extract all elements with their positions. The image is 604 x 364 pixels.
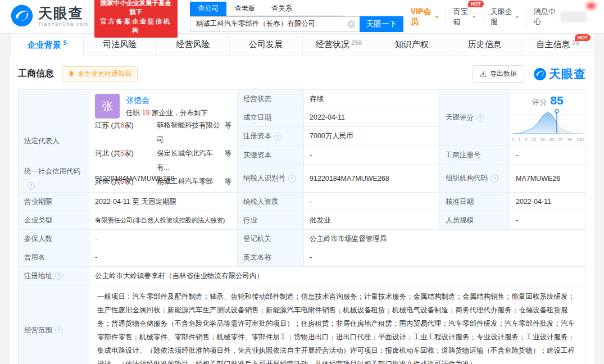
score-axis-labels: 0 1 3 15 50 85 97 99 100: [512, 137, 584, 142]
tenure-count: 19: [142, 109, 149, 117]
nav-enterprise-service[interactable]: 天眼企服 ▾: [483, 7, 526, 27]
label-text: 天眼评分: [446, 113, 474, 122]
help-icon[interactable]: ?: [491, 175, 498, 183]
field-label-registration-authority: 登记机关: [238, 230, 304, 248]
nav-vip[interactable]: VIP会员 ▾: [403, 7, 446, 27]
field-value-former-name: -: [89, 248, 238, 267]
field-value-business-term: 2022-04-11 至 无固定期限: [89, 193, 238, 211]
field-label-english-name: 英文名称: [238, 248, 304, 267]
label-text: 组织机构代码: [446, 174, 488, 183]
section-title: 工商信息: [18, 68, 54, 80]
distribution-row: 江苏 (共6家) 菲格智能科技有限公司 等: [95, 119, 231, 147]
label-text: 营业期限: [24, 197, 52, 207]
brand-domain: TianYanCha.com: [38, 22, 89, 27]
search-button[interactable]: 天眼一下: [360, 16, 403, 32]
field-label-company-type: 企业类型: [19, 211, 89, 230]
label-text: 核准日期: [446, 197, 474, 207]
label-text: 人员规模: [446, 216, 474, 225]
help-icon[interactable]: ?: [288, 175, 296, 183]
field-label-business-term: 营业期限: [19, 193, 89, 211]
help-icon[interactable]: ?: [476, 114, 484, 122]
content-card: 企业背景 5 司法风险 经营风险 公司发展 经营状况 256 知识产权 历史信息…: [10, 34, 594, 364]
search-tabs: 查公司 查老板 查关系: [190, 2, 343, 16]
section-head: 工商信息 发生变更时通知我 导出数据 天眼查: [10, 56, 594, 89]
label-text: 成立日期: [243, 113, 271, 122]
search-tab-company[interactable]: 查公司: [190, 2, 227, 16]
help-icon[interactable]: ?: [274, 133, 282, 140]
notify-button-label: 发生变更时通知我: [78, 69, 131, 79]
export-button-label: 导出数据: [490, 69, 517, 79]
region-text: 江苏 (共: [95, 121, 120, 129]
top-header: 天眼查 TianYanCha.com 国家中小企业发展子基金旗下 官方备案企业征…: [0, 0, 604, 34]
tianyan-score-chart: 评分 85: [510, 90, 586, 146]
help-icon[interactable]: ?: [55, 326, 63, 334]
field-label-status: 经营状态: [238, 90, 304, 108]
tab-label: 经营状况: [316, 39, 349, 50]
field-value-credit-code: 91220184MA7MUWE268: [89, 165, 238, 193]
axis-tick: 97: [558, 137, 564, 142]
field-label-reg-capital: 注册资本?: [238, 127, 304, 146]
nav-message-center[interactable]: 消息中心: [526, 7, 594, 27]
avatar[interactable]: 张: [95, 94, 120, 119]
notify-on-change-button[interactable]: 发生变更时通知我: [62, 66, 138, 81]
score-value: 85: [550, 94, 563, 107]
axis-tick: 0: [512, 137, 514, 142]
search-tab-boss[interactable]: 查老板: [226, 2, 264, 16]
field-label-former-name: 曾用名: [19, 248, 89, 267]
top-nav: VIP会员 ▾ HOT 百宝箱 ▾ 天眼企服 ▾ 消息中心: [403, 7, 594, 27]
field-value-insured-count: -: [89, 230, 238, 248]
clear-icon[interactable]: ×: [347, 20, 355, 28]
hot-badge: HOT: [468, 1, 484, 7]
field-value-registration-authority: 公主岭市市场监督管理局: [304, 230, 586, 248]
etc-text: 等: [225, 119, 232, 147]
field-label-reg-number: 工商注册号: [440, 146, 510, 165]
field-value-established: 2022-04-11: [304, 108, 440, 127]
chevron-down-icon: ▾: [473, 14, 475, 20]
tab-intellectual-property[interactable]: 知识产权: [375, 34, 448, 56]
label-text: 注册资本: [243, 131, 271, 141]
tab-label: 历史信息: [468, 39, 502, 50]
field-label-paid-capital: 实缴资本: [238, 146, 304, 165]
help-icon[interactable]: ?: [55, 272, 63, 280]
field-value-reg-capital: 7000万人民币: [304, 127, 440, 146]
label-text: 统一社会信用代码: [24, 167, 80, 176]
region-text: 家): [124, 121, 134, 129]
company-names: 菲格智能科技有限公司: [157, 119, 221, 147]
field-value-industry: 批发业: [304, 211, 440, 230]
field-value-registered-address: 公主岭市大岭镇姜李村（吉林省佳业物流有限公司内）: [89, 267, 586, 285]
axis-tick: 3: [525, 137, 527, 142]
score-caption: 评分: [532, 97, 547, 107]
label-text: 登记机关: [243, 234, 271, 244]
score-distribution-curve: [512, 107, 584, 136]
export-data-button[interactable]: 导出数据: [473, 65, 524, 83]
tab-label: 公司发展: [249, 39, 283, 50]
label-text: 行业: [243, 216, 257, 225]
search-tab-relation[interactable]: 查关系: [264, 2, 301, 16]
tianyancha-logo[interactable]: 天眼查 TianYanCha.com: [10, 4, 89, 30]
region-text: 家): [124, 149, 134, 157]
tab-company-development[interactable]: 公司发展: [230, 34, 303, 56]
tab-label: 司法风险: [103, 39, 137, 50]
badge-line1: 国家中小企业发展子基金旗下: [99, 0, 173, 17]
label-text: 企业类型: [24, 216, 52, 225]
tab-self-info[interactable]: 自主信息 20 HOT: [521, 34, 594, 56]
nav-toolbox-label: 百宝箱: [453, 7, 471, 27]
tab-company-background[interactable]: 企业背景 5: [10, 34, 84, 56]
nav-enterprise-label: 天眼企服: [491, 7, 515, 27]
help-icon[interactable]: ?: [27, 182, 35, 190]
field-value-reg-number: -: [510, 146, 586, 165]
tianyancha-watermark: 天眼查: [533, 66, 586, 82]
field-label-taxpayer-id: 纳税人识别号?: [238, 165, 304, 193]
tab-history-info[interactable]: 历史信息: [448, 34, 521, 56]
legal-rep-name-link[interactable]: 张德会: [126, 95, 149, 106]
field-value-company-type: 有限责任公司(非自然人投资或控股的法人独资): [89, 211, 238, 230]
label-text: 英文名称: [243, 253, 271, 262]
brand-name: 天眼查: [38, 6, 89, 20]
search-input[interactable]: [190, 16, 360, 32]
label-text: 纳税人识别号: [243, 174, 285, 183]
label-text: 实缴资本: [243, 151, 271, 160]
blurred-user-area: [560, 11, 587, 22]
nav-toolbox[interactable]: HOT 百宝箱 ▾: [446, 7, 483, 27]
tab-operating-status[interactable]: 经营状况 256: [303, 34, 376, 56]
axis-tick: 85: [549, 137, 555, 142]
